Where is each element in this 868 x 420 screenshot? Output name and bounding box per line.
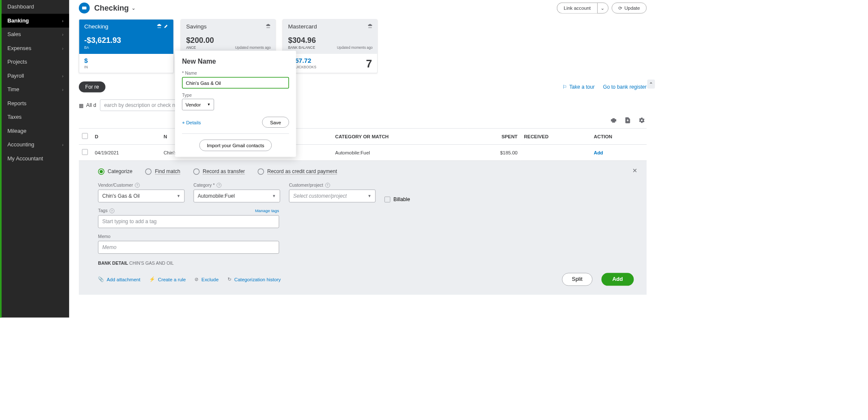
row-add-button[interactable]: Add [594, 150, 603, 155]
card-name: Checking [84, 23, 168, 30]
nav-label: Taxes [7, 114, 22, 120]
col-date[interactable]: D [92, 129, 160, 145]
transactions-table: D N PAYEE CATEGORY OR MATCH SPENT RECEIV… [79, 128, 647, 160]
account-card-checking[interactable]: Checking -$3,621.93 BA $IN [79, 19, 174, 73]
option-record-transfer[interactable]: Record as transfer [193, 168, 245, 175]
billable-label: Billable [393, 196, 410, 202]
export-icon[interactable] [624, 117, 632, 125]
page-title: Checking [94, 3, 129, 12]
svg-rect-0 [82, 6, 86, 9]
tour-icon: ⚐ [562, 84, 567, 90]
tab-for-review[interactable]: For re [79, 81, 105, 92]
card-balance-label: BA [84, 45, 168, 49]
col-action[interactable]: ACTION [590, 129, 646, 145]
nav-my-accountant[interactable]: My Accountant [2, 152, 70, 166]
manage-tags-link[interactable]: Manage tags [255, 208, 279, 213]
print-icon[interactable] [610, 117, 617, 125]
nav-payroll[interactable]: Payroll› [2, 69, 70, 83]
gear-icon[interactable] [638, 117, 645, 125]
nav-time[interactable]: Time› [2, 83, 70, 97]
help-icon[interactable]: ? [217, 183, 221, 188]
name-input[interactable] [182, 77, 289, 88]
card-balance: $304.96 [288, 36, 372, 44]
option-find-match[interactable]: Find match [145, 168, 181, 175]
help-icon[interactable]: ? [135, 183, 139, 188]
link-account-dropdown[interactable]: ⌄ [597, 3, 608, 14]
option-categorize[interactable]: Categorize [98, 168, 132, 175]
nav-expenses[interactable]: Expenses› [2, 42, 70, 56]
take-tour-link[interactable]: ⚐Take a tour [562, 84, 595, 90]
nav-taxes[interactable]: Taxes [2, 110, 70, 124]
nav-mileage[interactable]: Mileage [2, 124, 70, 138]
add-button[interactable]: Add [601, 273, 634, 286]
exclude-link[interactable]: ⊘Exclude [195, 277, 218, 283]
chevron-down-icon[interactable]: ⌄ [131, 5, 136, 11]
help-icon[interactable]: ? [109, 208, 114, 213]
exclude-icon: ⊘ [195, 277, 199, 283]
cell-received [521, 145, 591, 161]
help-icon[interactable]: ? [325, 183, 330, 188]
add-attachment-link[interactable]: 📎Add attachment [98, 277, 140, 283]
import-gmail-button[interactable]: Import your Gmail contacts [200, 140, 272, 151]
card-balance: -$3,621.93 [84, 36, 168, 44]
name-field-label: * Name [182, 70, 289, 76]
account-icon [79, 3, 90, 14]
nav-projects[interactable]: Projects [2, 55, 70, 69]
create-rule-link[interactable]: ⚡Create a rule [149, 277, 186, 283]
nav-reports[interactable]: Reports [2, 97, 70, 111]
refresh-icon: ⟳ [618, 5, 623, 11]
history-link[interactable]: ↻Categorization history [228, 277, 281, 283]
transaction-detail-panel: ✕ Categorize Find match Record as transf… [79, 161, 647, 295]
collapse-panel-button[interactable]: ⌃ [647, 79, 655, 88]
nav-dashboard[interactable]: Dashboard [2, 0, 70, 14]
nav-label: Reports [7, 100, 26, 106]
vendor-label: Vendor/Customer? [98, 182, 184, 188]
table-row[interactable]: 04/19/2021 Chin's Gas Chin's Gas and Oil… [79, 145, 647, 161]
details-link[interactable]: + Details [182, 120, 200, 125]
close-icon[interactable]: ✕ [632, 167, 637, 174]
select-all-checkbox[interactable] [82, 133, 88, 139]
col-category[interactable]: CATEGORY OR MATCH [332, 129, 467, 145]
bank-detail-label: BANK DETAIL [98, 261, 129, 266]
option-record-cc[interactable]: Record as credit card payment [258, 168, 337, 175]
bank-icon [367, 23, 373, 30]
page-header: Checking ⌄ Link account ⌄ ⟳Update [79, 3, 647, 14]
billable-checkbox[interactable] [384, 196, 390, 202]
split-button[interactable]: Split [562, 273, 593, 286]
chevron-right-icon: › [62, 46, 64, 51]
main-content: Checking ⌄ Link account ⌄ ⟳Update Checki… [69, 0, 656, 317]
bank-register-link[interactable]: Go to bank register [603, 84, 647, 90]
sidebar: Dashboard Banking› Sales› Expenses› Proj… [0, 0, 69, 317]
card-qb-amount: $ [84, 57, 88, 64]
cell-date: 04/19/2021 [92, 145, 160, 161]
update-button[interactable]: ⟳Update [612, 3, 647, 14]
type-select[interactable]: Vendor▼ [182, 99, 214, 110]
category-select[interactable]: Automobile:Fuel▼ [194, 190, 280, 202]
save-button[interactable]: Save [262, 117, 289, 128]
nav-sales[interactable]: Sales› [2, 28, 70, 42]
card-qb-label: IN [84, 65, 88, 69]
customer-select[interactable]: Select customer/project▼ [289, 190, 376, 202]
col-spent[interactable]: SPENT [467, 129, 521, 145]
tags-input[interactable]: Start typing to add a tag [98, 215, 279, 228]
chevron-right-icon: › [62, 32, 64, 37]
cell-category: Automobile:Fuel [332, 145, 467, 161]
vendor-select[interactable]: Chin's Gas & Oil▼ [98, 190, 184, 202]
customer-label: Customer/project? [289, 182, 376, 188]
chevron-down-icon: ▼ [207, 103, 210, 106]
row-checkbox[interactable] [82, 149, 88, 155]
nav-label: Payroll [7, 73, 24, 79]
link-account-button[interactable]: Link account [557, 3, 597, 14]
nav-label: Projects [7, 59, 27, 65]
history-icon: ↻ [228, 277, 232, 283]
nav-banking[interactable]: Banking› [2, 14, 70, 28]
nav-label: Sales [7, 31, 21, 38]
date-filter[interactable]: ▦All d [79, 102, 96, 108]
memo-input[interactable]: Memo [98, 241, 279, 254]
nav-accounting[interactable]: Accounting› [2, 138, 70, 152]
account-card-mastercard[interactable]: Mastercard $304.96 BANK BALANCE Updated … [283, 19, 378, 73]
nav-label: Banking [7, 17, 29, 24]
col-received[interactable]: RECEIVED [521, 129, 591, 145]
card-updated: Updated moments ago [337, 45, 373, 49]
memo-label: Memo [98, 234, 634, 239]
